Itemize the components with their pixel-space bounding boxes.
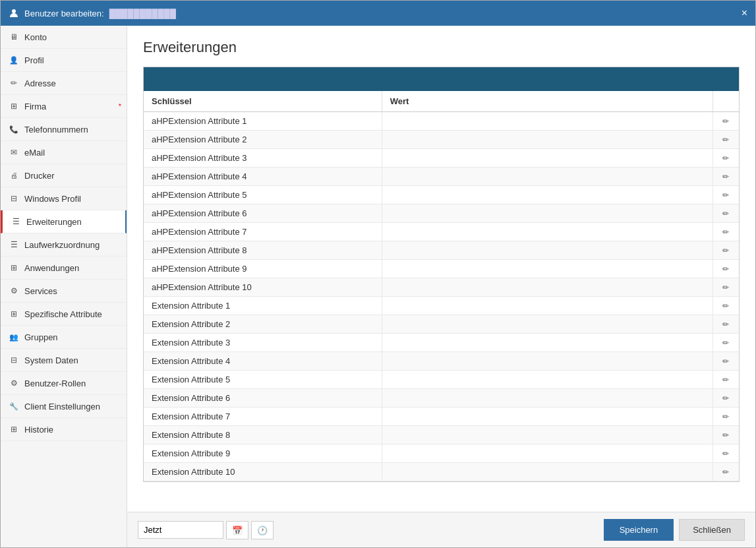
- adresse-icon: [9, 78, 19, 88]
- profil-icon: [9, 55, 19, 65]
- row-edit-12[interactable]: [712, 334, 739, 352]
- sidebar-label-historie: Historie: [24, 425, 53, 435]
- table-row: aHPExtension Attribute 5: [144, 186, 739, 204]
- row-edit-5[interactable]: [712, 204, 739, 223]
- row-edit-16[interactable]: [712, 408, 739, 426]
- main-content: Erweiterungen Schlüssel Wert aHPExtensio…: [127, 26, 755, 547]
- row-edit-3[interactable]: [712, 167, 739, 186]
- row-edit-1[interactable]: [712, 131, 739, 149]
- user-icon: [9, 8, 19, 18]
- row-value-10: [382, 297, 712, 315]
- sidebar-label-telefonnummern: Telefonnummern: [24, 125, 88, 135]
- sidebar-item-services[interactable]: Services: [1, 280, 127, 303]
- row-value-13: [382, 352, 712, 371]
- sidebar-item-drucker[interactable]: Drucker: [1, 164, 127, 187]
- sidebar-item-anwendungen[interactable]: Anwendungen: [1, 257, 127, 280]
- row-edit-0[interactable]: [712, 112, 739, 131]
- row-edit-8[interactable]: [712, 260, 739, 278]
- col-header-value: Wert: [382, 91, 712, 112]
- row-edit-17[interactable]: [712, 426, 739, 444]
- sidebar-item-erweiterungen[interactable]: Erweiterungen: [1, 210, 127, 233]
- sidebar-item-profil[interactable]: Profil: [1, 49, 127, 72]
- row-edit-6[interactable]: [712, 223, 739, 241]
- sidebar-label-email: eMail: [24, 148, 45, 158]
- footer-right: Speichern Schließen: [604, 519, 745, 541]
- edit-icon: [722, 467, 729, 477]
- sidebar-item-windows-profil[interactable]: Windows Profil: [1, 187, 127, 210]
- modal-close-button[interactable]: ×: [741, 8, 747, 18]
- sidebar-item-spezifische-attribute[interactable]: Spezifische Attribute: [1, 303, 127, 326]
- table-row: aHPExtension Attribute 6: [144, 204, 739, 223]
- row-key-17: Extension Attribute 8: [144, 426, 382, 444]
- sidebar-item-adresse[interactable]: Adresse: [1, 72, 127, 95]
- edit-icon: [722, 171, 729, 181]
- sidebar-label-adresse: Adresse: [24, 78, 56, 88]
- sidebar-item-historie[interactable]: Historie: [1, 418, 127, 441]
- sidebar-label-spezifische-attribute: Spezifische Attribute: [24, 309, 102, 319]
- laufwerkzuordnung-icon: [9, 239, 19, 250]
- table-row: Extension Attribute 10: [144, 463, 739, 481]
- edit-icon: [722, 116, 729, 126]
- row-edit-13[interactable]: [712, 352, 739, 371]
- table-row: aHPExtension Attribute 8: [144, 241, 739, 260]
- date-input[interactable]: [138, 521, 223, 539]
- firma-icon: [9, 101, 19, 111]
- erweiterungen-icon: [11, 216, 21, 227]
- row-value-3: [382, 167, 712, 186]
- table-row: Extension Attribute 5: [144, 371, 739, 389]
- row-edit-11[interactable]: [712, 315, 739, 334]
- historie-icon: [9, 424, 19, 435]
- row-key-13: Extension Attribute 4: [144, 352, 382, 371]
- footer-left: [138, 521, 274, 539]
- sidebar-item-system-daten[interactable]: System Daten: [1, 349, 127, 372]
- save-button[interactable]: Speichern: [604, 519, 674, 541]
- required-star-firma: *: [119, 102, 121, 110]
- sidebar-label-system-daten: System Daten: [24, 355, 78, 365]
- row-edit-15[interactable]: [712, 389, 739, 408]
- services-icon: [9, 286, 19, 296]
- calendar-button[interactable]: [226, 521, 248, 539]
- sidebar-item-firma[interactable]: Firma*: [1, 95, 127, 118]
- row-value-4: [382, 186, 712, 204]
- close-button[interactable]: Schließen: [679, 519, 745, 541]
- sidebar: KontoProfilAdresseFirma*TelefonnummerneM…: [1, 26, 127, 547]
- row-edit-4[interactable]: [712, 186, 739, 204]
- edit-icon: [722, 208, 729, 218]
- table-row: aHPExtension Attribute 7: [144, 223, 739, 241]
- table-row: Extension Attribute 7: [144, 408, 739, 426]
- edit-icon: [722, 430, 729, 440]
- header-username: ███████████: [109, 9, 176, 18]
- sidebar-label-laufwerkzuordnung: Laufwerkzuordnung: [24, 240, 100, 250]
- sidebar-item-telefonnummern[interactable]: Telefonnummern: [1, 118, 127, 141]
- row-edit-2[interactable]: [712, 149, 739, 167]
- row-edit-9[interactable]: [712, 278, 739, 297]
- sidebar-item-client-einstellungen[interactable]: Client Einstellungen: [1, 395, 127, 418]
- table-row: aHPExtension Attribute 1: [144, 112, 739, 131]
- konto-icon: [9, 32, 19, 42]
- sidebar-item-email[interactable]: eMail: [1, 141, 127, 164]
- row-key-19: Extension Attribute 10: [144, 463, 382, 481]
- row-value-5: [382, 204, 712, 223]
- sidebar-item-benutzer-rollen[interactable]: Benutzer-Rollen: [1, 372, 127, 395]
- edit-icon: [722, 393, 729, 403]
- calendar-icon: [232, 525, 243, 535]
- clock-button[interactable]: [251, 521, 274, 539]
- row-value-18: [382, 444, 712, 463]
- sidebar-label-erweiterungen: Erweiterungen: [26, 217, 82, 227]
- header-title: Benutzer bearbeiten:: [24, 9, 104, 18]
- sidebar-item-gruppen[interactable]: Gruppen: [1, 326, 127, 349]
- row-edit-10[interactable]: [712, 297, 739, 315]
- telefonnummern-icon: [9, 124, 19, 135]
- row-key-0: aHPExtension Attribute 1: [144, 112, 382, 131]
- sidebar-label-windows-profil: Windows Profil: [24, 194, 81, 204]
- sidebar-label-services: Services: [24, 286, 57, 296]
- row-edit-18[interactable]: [712, 444, 739, 463]
- row-edit-14[interactable]: [712, 371, 739, 389]
- row-value-2: [382, 149, 712, 167]
- modal-body: KontoProfilAdresseFirma*TelefonnummerneM…: [1, 26, 755, 547]
- row-edit-7[interactable]: [712, 241, 739, 260]
- sidebar-item-konto[interactable]: Konto: [1, 26, 127, 49]
- col-header-actions: [712, 91, 739, 112]
- row-edit-19[interactable]: [712, 463, 739, 481]
- sidebar-item-laufwerkzuordnung[interactable]: Laufwerkzuordnung: [1, 233, 127, 257]
